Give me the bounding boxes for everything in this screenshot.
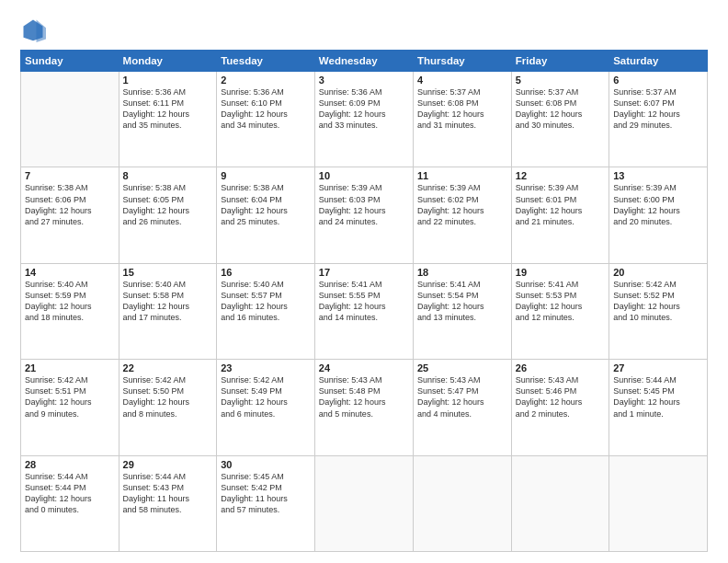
header-row: SundayMondayTuesdayWednesdayThursdayFrid… bbox=[21, 51, 708, 72]
day-number: 5 bbox=[516, 75, 605, 86]
day-info: Sunrise: 5:40 AM Sunset: 5:58 PM Dayligh… bbox=[123, 279, 213, 324]
calendar-table: SundayMondayTuesdayWednesdayThursdayFrid… bbox=[20, 50, 708, 552]
day-cell: 14Sunrise: 5:40 AM Sunset: 5:59 PM Dayli… bbox=[21, 263, 119, 359]
day-cell bbox=[511, 455, 609, 551]
day-cell: 23Sunrise: 5:42 AM Sunset: 5:49 PM Dayli… bbox=[217, 360, 315, 455]
day-cell: 9Sunrise: 5:38 AM Sunset: 6:04 PM Daylig… bbox=[217, 167, 315, 263]
day-info: Sunrise: 5:36 AM Sunset: 6:11 PM Dayligh… bbox=[123, 86, 213, 132]
day-number: 1 bbox=[123, 75, 213, 86]
day-cell: 16Sunrise: 5:40 AM Sunset: 5:57 PM Dayli… bbox=[217, 263, 315, 359]
day-cell bbox=[314, 455, 413, 551]
day-number: 30 bbox=[221, 459, 311, 470]
day-number: 18 bbox=[417, 267, 507, 278]
day-info: Sunrise: 5:36 AM Sunset: 6:10 PM Dayligh… bbox=[221, 86, 311, 132]
day-info: Sunrise: 5:39 AM Sunset: 6:01 PM Dayligh… bbox=[516, 182, 605, 227]
day-cell: 18Sunrise: 5:41 AM Sunset: 5:54 PM Dayli… bbox=[413, 263, 511, 359]
day-number: 8 bbox=[123, 170, 213, 181]
day-cell bbox=[609, 455, 708, 551]
col-header-wednesday: Wednesday bbox=[314, 51, 413, 72]
day-info: Sunrise: 5:44 AM Sunset: 5:44 PM Dayligh… bbox=[25, 471, 115, 516]
day-info: Sunrise: 5:41 AM Sunset: 5:55 PM Dayligh… bbox=[319, 279, 409, 324]
day-info: Sunrise: 5:40 AM Sunset: 5:57 PM Dayligh… bbox=[221, 279, 311, 324]
day-cell: 22Sunrise: 5:42 AM Sunset: 5:50 PM Dayli… bbox=[119, 360, 217, 455]
day-number: 29 bbox=[123, 459, 213, 470]
day-cell: 21Sunrise: 5:42 AM Sunset: 5:51 PM Dayli… bbox=[21, 360, 119, 455]
week-row-5: 28Sunrise: 5:44 AM Sunset: 5:44 PM Dayli… bbox=[21, 455, 708, 551]
day-info: Sunrise: 5:41 AM Sunset: 5:54 PM Dayligh… bbox=[417, 279, 507, 324]
day-info: Sunrise: 5:43 AM Sunset: 5:47 PM Dayligh… bbox=[417, 374, 507, 419]
day-info: Sunrise: 5:42 AM Sunset: 5:50 PM Dayligh… bbox=[123, 374, 213, 419]
day-cell: 29Sunrise: 5:44 AM Sunset: 5:43 PM Dayli… bbox=[119, 455, 217, 551]
day-info: Sunrise: 5:40 AM Sunset: 5:59 PM Dayligh… bbox=[25, 279, 115, 324]
day-info: Sunrise: 5:39 AM Sunset: 6:03 PM Dayligh… bbox=[319, 182, 409, 227]
day-info: Sunrise: 5:43 AM Sunset: 5:46 PM Dayligh… bbox=[516, 374, 605, 419]
day-info: Sunrise: 5:39 AM Sunset: 6:00 PM Dayligh… bbox=[613, 182, 703, 227]
day-number: 17 bbox=[319, 267, 409, 278]
day-info: Sunrise: 5:37 AM Sunset: 6:08 PM Dayligh… bbox=[417, 86, 507, 132]
day-cell: 2Sunrise: 5:36 AM Sunset: 6:10 PM Daylig… bbox=[217, 72, 315, 167]
day-cell: 24Sunrise: 5:43 AM Sunset: 5:48 PM Dayli… bbox=[314, 360, 413, 455]
day-cell: 7Sunrise: 5:38 AM Sunset: 6:06 PM Daylig… bbox=[21, 167, 119, 263]
day-number: 2 bbox=[221, 75, 311, 86]
day-cell: 11Sunrise: 5:39 AM Sunset: 6:02 PM Dayli… bbox=[413, 167, 511, 263]
week-row-1: 1Sunrise: 5:36 AM Sunset: 6:11 PM Daylig… bbox=[21, 72, 708, 167]
day-info: Sunrise: 5:41 AM Sunset: 5:53 PM Dayligh… bbox=[516, 279, 605, 324]
day-number: 22 bbox=[123, 362, 213, 373]
day-info: Sunrise: 5:43 AM Sunset: 5:48 PM Dayligh… bbox=[319, 374, 409, 419]
day-number: 7 bbox=[25, 170, 115, 181]
day-cell: 10Sunrise: 5:39 AM Sunset: 6:03 PM Dayli… bbox=[314, 167, 413, 263]
day-info: Sunrise: 5:39 AM Sunset: 6:02 PM Dayligh… bbox=[417, 182, 507, 227]
day-number: 11 bbox=[417, 170, 507, 181]
day-cell: 12Sunrise: 5:39 AM Sunset: 6:01 PM Dayli… bbox=[511, 167, 609, 263]
day-cell bbox=[413, 455, 511, 551]
day-number: 24 bbox=[319, 362, 409, 373]
day-cell: 6Sunrise: 5:37 AM Sunset: 6:07 PM Daylig… bbox=[609, 72, 708, 167]
day-cell: 27Sunrise: 5:44 AM Sunset: 5:45 PM Dayli… bbox=[609, 360, 708, 455]
logo-icon bbox=[20, 17, 46, 42]
day-cell: 19Sunrise: 5:41 AM Sunset: 5:53 PM Dayli… bbox=[511, 263, 609, 359]
day-number: 16 bbox=[221, 267, 311, 278]
day-number: 19 bbox=[516, 267, 605, 278]
col-header-saturday: Saturday bbox=[609, 51, 708, 72]
page: SundayMondayTuesdayWednesdayThursdayFrid… bbox=[0, 0, 728, 563]
day-cell: 30Sunrise: 5:45 AM Sunset: 5:42 PM Dayli… bbox=[217, 455, 315, 551]
day-info: Sunrise: 5:45 AM Sunset: 5:42 PM Dayligh… bbox=[221, 471, 311, 516]
day-cell bbox=[21, 72, 119, 167]
day-cell: 28Sunrise: 5:44 AM Sunset: 5:44 PM Dayli… bbox=[21, 455, 119, 551]
day-cell: 1Sunrise: 5:36 AM Sunset: 6:11 PM Daylig… bbox=[119, 72, 217, 167]
day-cell: 3Sunrise: 5:36 AM Sunset: 6:09 PM Daylig… bbox=[314, 72, 413, 167]
day-info: Sunrise: 5:38 AM Sunset: 6:04 PM Dayligh… bbox=[221, 182, 311, 227]
day-info: Sunrise: 5:37 AM Sunset: 6:08 PM Dayligh… bbox=[516, 86, 605, 132]
svg-marker-1 bbox=[37, 20, 47, 43]
day-cell: 15Sunrise: 5:40 AM Sunset: 5:58 PM Dayli… bbox=[119, 263, 217, 359]
day-info: Sunrise: 5:42 AM Sunset: 5:51 PM Dayligh… bbox=[25, 374, 115, 419]
week-row-2: 7Sunrise: 5:38 AM Sunset: 6:06 PM Daylig… bbox=[21, 167, 708, 263]
day-cell: 5Sunrise: 5:37 AM Sunset: 6:08 PM Daylig… bbox=[511, 72, 609, 167]
day-number: 13 bbox=[613, 170, 703, 181]
day-number: 12 bbox=[516, 170, 605, 181]
day-number: 28 bbox=[25, 459, 115, 470]
day-cell: 4Sunrise: 5:37 AM Sunset: 6:08 PM Daylig… bbox=[413, 72, 511, 167]
header bbox=[20, 17, 708, 42]
day-number: 20 bbox=[613, 267, 703, 278]
day-cell: 25Sunrise: 5:43 AM Sunset: 5:47 PM Dayli… bbox=[413, 360, 511, 455]
day-number: 15 bbox=[123, 267, 213, 278]
col-header-sunday: Sunday bbox=[21, 51, 119, 72]
col-header-thursday: Thursday bbox=[413, 51, 511, 72]
day-info: Sunrise: 5:38 AM Sunset: 6:06 PM Dayligh… bbox=[25, 182, 115, 227]
week-row-3: 14Sunrise: 5:40 AM Sunset: 5:59 PM Dayli… bbox=[21, 263, 708, 359]
day-number: 21 bbox=[25, 362, 115, 373]
day-number: 6 bbox=[613, 75, 703, 86]
logo bbox=[20, 17, 50, 42]
day-info: Sunrise: 5:42 AM Sunset: 5:49 PM Dayligh… bbox=[221, 374, 311, 419]
day-number: 10 bbox=[319, 170, 409, 181]
day-cell: 17Sunrise: 5:41 AM Sunset: 5:55 PM Dayli… bbox=[314, 263, 413, 359]
col-header-friday: Friday bbox=[511, 51, 609, 72]
col-header-tuesday: Tuesday bbox=[217, 51, 315, 72]
day-info: Sunrise: 5:37 AM Sunset: 6:07 PM Dayligh… bbox=[613, 86, 703, 132]
day-cell: 20Sunrise: 5:42 AM Sunset: 5:52 PM Dayli… bbox=[609, 263, 708, 359]
day-number: 27 bbox=[613, 362, 703, 373]
day-info: Sunrise: 5:44 AM Sunset: 5:43 PM Dayligh… bbox=[123, 471, 213, 516]
day-cell: 26Sunrise: 5:43 AM Sunset: 5:46 PM Dayli… bbox=[511, 360, 609, 455]
week-row-4: 21Sunrise: 5:42 AM Sunset: 5:51 PM Dayli… bbox=[21, 360, 708, 455]
